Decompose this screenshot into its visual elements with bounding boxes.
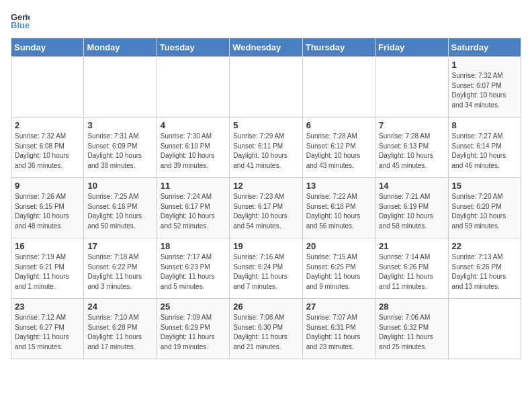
calendar-cell: 4Sunrise: 7:30 AM Sunset: 6:10 PM Daylig… <box>157 118 229 178</box>
day-info: Sunrise: 7:18 AM Sunset: 6:22 PM Dayligh… <box>87 253 152 291</box>
day-number: 9 <box>15 181 80 191</box>
calendar-cell: 2Sunrise: 7:32 AM Sunset: 6:08 PM Daylig… <box>11 118 84 178</box>
weekday-header: Tuesday <box>157 38 229 57</box>
calendar-cell: 20Sunrise: 7:15 AM Sunset: 6:25 PM Dayli… <box>302 238 375 299</box>
calendar-week-row: 2Sunrise: 7:32 AM Sunset: 6:08 PM Daylig… <box>11 118 521 178</box>
calendar-cell: 10Sunrise: 7:25 AM Sunset: 6:16 PM Dayli… <box>84 178 157 238</box>
day-info: Sunrise: 7:28 AM Sunset: 6:12 PM Dayligh… <box>306 132 371 171</box>
calendar-table: SundayMondayTuesdayWednesdayThursdayFrid… <box>11 38 521 359</box>
calendar-cell: 16Sunrise: 7:19 AM Sunset: 6:21 PM Dayli… <box>11 238 84 299</box>
calendar-cell <box>448 299 521 359</box>
calendar-cell: 18Sunrise: 7:17 AM Sunset: 6:23 PM Dayli… <box>157 238 229 299</box>
day-number: 3 <box>87 120 152 130</box>
calendar-cell: 22Sunrise: 7:13 AM Sunset: 6:26 PM Dayli… <box>448 238 521 299</box>
logo-icon: General Blue <box>11 11 30 30</box>
calendar-cell: 23Sunrise: 7:12 AM Sunset: 6:27 PM Dayli… <box>11 299 84 359</box>
calendar-cell: 5Sunrise: 7:29 AM Sunset: 6:11 PM Daylig… <box>230 118 302 178</box>
day-info: Sunrise: 7:31 AM Sunset: 6:09 PM Dayligh… <box>87 132 152 171</box>
weekday-header: Monday <box>84 38 157 57</box>
calendar-cell <box>302 57 375 118</box>
day-number: 6 <box>306 120 371 130</box>
calendar-cell <box>375 57 448 118</box>
day-number: 26 <box>233 302 298 312</box>
calendar-cell: 24Sunrise: 7:10 AM Sunset: 6:28 PM Dayli… <box>84 299 157 359</box>
day-info: Sunrise: 7:12 AM Sunset: 6:27 PM Dayligh… <box>15 313 80 352</box>
day-info: Sunrise: 7:19 AM Sunset: 6:21 PM Dayligh… <box>15 253 80 291</box>
day-info: Sunrise: 7:17 AM Sunset: 6:23 PM Dayligh… <box>161 253 226 291</box>
calendar-cell: 7Sunrise: 7:28 AM Sunset: 6:13 PM Daylig… <box>375 118 448 178</box>
day-number: 27 <box>306 302 371 312</box>
day-number: 20 <box>306 241 371 251</box>
day-number: 1 <box>452 60 517 70</box>
day-number: 2 <box>15 120 80 130</box>
day-info: Sunrise: 7:07 AM Sunset: 6:31 PM Dayligh… <box>306 313 371 352</box>
day-info: Sunrise: 7:10 AM Sunset: 6:28 PM Dayligh… <box>87 313 152 352</box>
calendar-cell <box>11 57 84 118</box>
calendar-cell: 3Sunrise: 7:31 AM Sunset: 6:09 PM Daylig… <box>84 118 157 178</box>
day-info: Sunrise: 7:22 AM Sunset: 6:18 PM Dayligh… <box>306 192 371 231</box>
page-header: General Blue <box>11 11 521 30</box>
calendar-cell: 14Sunrise: 7:21 AM Sunset: 6:19 PM Dayli… <box>375 178 448 238</box>
day-number: 24 <box>87 302 152 312</box>
day-info: Sunrise: 7:32 AM Sunset: 6:08 PM Dayligh… <box>15 132 80 171</box>
calendar-cell <box>84 57 157 118</box>
calendar-cell: 15Sunrise: 7:20 AM Sunset: 6:20 PM Dayli… <box>448 178 521 238</box>
day-number: 21 <box>379 241 444 251</box>
day-info: Sunrise: 7:30 AM Sunset: 6:10 PM Dayligh… <box>161 132 226 171</box>
day-number: 23 <box>15 302 80 312</box>
day-number: 17 <box>87 241 152 251</box>
calendar-header-row: SundayMondayTuesdayWednesdayThursdayFrid… <box>11 38 521 57</box>
day-number: 16 <box>15 241 80 251</box>
day-number: 5 <box>233 120 298 130</box>
day-info: Sunrise: 7:09 AM Sunset: 6:29 PM Dayligh… <box>161 313 226 352</box>
weekday-header: Wednesday <box>230 38 302 57</box>
day-info: Sunrise: 7:14 AM Sunset: 6:26 PM Dayligh… <box>379 253 444 291</box>
day-info: Sunrise: 7:28 AM Sunset: 6:13 PM Dayligh… <box>379 132 444 171</box>
day-info: Sunrise: 7:13 AM Sunset: 6:26 PM Dayligh… <box>452 253 517 291</box>
calendar-cell: 21Sunrise: 7:14 AM Sunset: 6:26 PM Dayli… <box>375 238 448 299</box>
day-number: 8 <box>452 120 517 130</box>
day-info: Sunrise: 7:26 AM Sunset: 6:15 PM Dayligh… <box>15 192 80 231</box>
day-number: 25 <box>161 302 226 312</box>
day-info: Sunrise: 7:16 AM Sunset: 6:24 PM Dayligh… <box>233 253 298 291</box>
day-number: 22 <box>452 241 517 251</box>
day-info: Sunrise: 7:23 AM Sunset: 6:17 PM Dayligh… <box>233 192 298 231</box>
day-number: 15 <box>452 181 517 191</box>
calendar-cell: 17Sunrise: 7:18 AM Sunset: 6:22 PM Dayli… <box>84 238 157 299</box>
day-number: 11 <box>161 181 226 191</box>
weekday-header: Thursday <box>302 38 375 57</box>
logo: General Blue <box>11 11 32 30</box>
day-info: Sunrise: 7:21 AM Sunset: 6:19 PM Dayligh… <box>379 192 444 231</box>
calendar-cell: 28Sunrise: 7:06 AM Sunset: 6:32 PM Dayli… <box>375 299 448 359</box>
weekday-header: Sunday <box>11 38 84 57</box>
day-number: 14 <box>379 181 444 191</box>
calendar-cell: 9Sunrise: 7:26 AM Sunset: 6:15 PM Daylig… <box>11 178 84 238</box>
svg-text:Blue: Blue <box>11 20 30 30</box>
calendar-week-row: 16Sunrise: 7:19 AM Sunset: 6:21 PM Dayli… <box>11 238 521 299</box>
calendar-cell: 26Sunrise: 7:08 AM Sunset: 6:30 PM Dayli… <box>230 299 302 359</box>
day-number: 10 <box>87 181 152 191</box>
day-info: Sunrise: 7:24 AM Sunset: 6:17 PM Dayligh… <box>161 192 226 231</box>
day-info: Sunrise: 7:06 AM Sunset: 6:32 PM Dayligh… <box>379 313 444 352</box>
day-info: Sunrise: 7:29 AM Sunset: 6:11 PM Dayligh… <box>233 132 298 171</box>
calendar-cell: 11Sunrise: 7:24 AM Sunset: 6:17 PM Dayli… <box>157 178 229 238</box>
day-number: 4 <box>161 120 226 130</box>
day-info: Sunrise: 7:27 AM Sunset: 6:14 PM Dayligh… <box>452 132 517 171</box>
calendar-cell: 1Sunrise: 7:32 AM Sunset: 6:07 PM Daylig… <box>448 57 521 118</box>
calendar-body: 1Sunrise: 7:32 AM Sunset: 6:07 PM Daylig… <box>11 57 521 359</box>
day-info: Sunrise: 7:15 AM Sunset: 6:25 PM Dayligh… <box>306 253 371 291</box>
weekday-header: Friday <box>375 38 448 57</box>
calendar-week-row: 23Sunrise: 7:12 AM Sunset: 6:27 PM Dayli… <box>11 299 521 359</box>
calendar-week-row: 9Sunrise: 7:26 AM Sunset: 6:15 PM Daylig… <box>11 178 521 238</box>
calendar-cell: 27Sunrise: 7:07 AM Sunset: 6:31 PM Dayli… <box>302 299 375 359</box>
day-info: Sunrise: 7:08 AM Sunset: 6:30 PM Dayligh… <box>233 313 298 352</box>
calendar-cell <box>230 57 302 118</box>
day-number: 19 <box>233 241 298 251</box>
calendar-cell: 6Sunrise: 7:28 AM Sunset: 6:12 PM Daylig… <box>302 118 375 178</box>
calendar-cell: 13Sunrise: 7:22 AM Sunset: 6:18 PM Dayli… <box>302 178 375 238</box>
calendar-week-row: 1Sunrise: 7:32 AM Sunset: 6:07 PM Daylig… <box>11 57 521 118</box>
day-number: 28 <box>379 302 444 312</box>
day-info: Sunrise: 7:25 AM Sunset: 6:16 PM Dayligh… <box>87 192 152 231</box>
day-number: 7 <box>379 120 444 130</box>
day-info: Sunrise: 7:32 AM Sunset: 6:07 PM Dayligh… <box>452 71 517 110</box>
